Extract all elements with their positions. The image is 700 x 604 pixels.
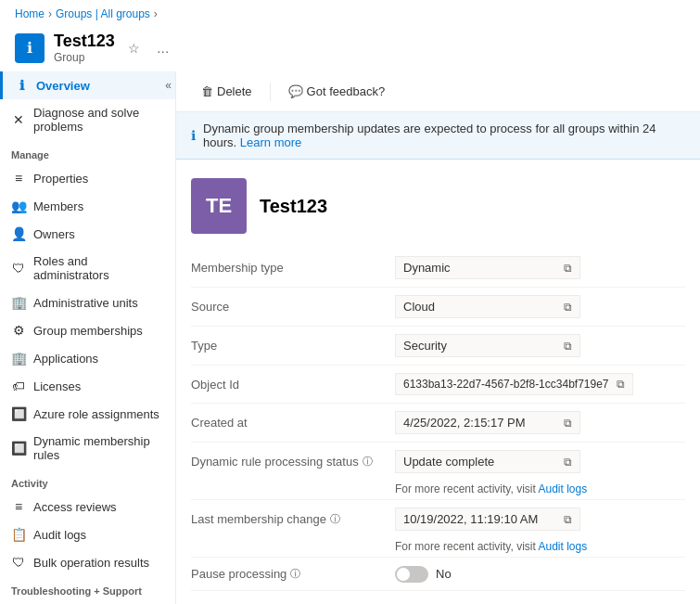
- page-title: Test123: [54, 32, 115, 51]
- toolbar-divider: [270, 83, 271, 101]
- dynamic-status-label: Dynamic rule processing status ⓘ: [191, 455, 395, 469]
- banner-text: Dynamic group membership updates are exp…: [203, 122, 685, 149]
- sidebar: « ℹ Overview ✕ Diagnose and solve proble…: [0, 71, 176, 604]
- sidebar-item-members[interactable]: 👥 Members: [0, 192, 175, 220]
- sidebar-item-audit-logs-label: Audit logs: [33, 528, 86, 542]
- dynamic-status-value: Update complete ⧉: [395, 450, 580, 473]
- sidebar-item-members-label: Members: [33, 199, 83, 213]
- pause-toggle-track[interactable]: [395, 566, 428, 583]
- pause-toggle[interactable]: No: [395, 566, 452, 583]
- sidebar-item-admin-units-label: Administrative units: [33, 296, 138, 310]
- sidebar-item-admin-units[interactable]: 🏢 Administrative units: [0, 289, 175, 316]
- sidebar-item-group-memberships[interactable]: ⚙ Group memberships: [0, 316, 175, 344]
- sidebar-item-dynamic-rules-label: Dynamic membership rules: [33, 434, 164, 462]
- copy-type[interactable]: ⧉: [564, 340, 572, 353]
- main-layout: « ℹ Overview ✕ Diagnose and solve proble…: [0, 71, 700, 604]
- sidebar-item-azure-role-label: Azure role assignments: [33, 407, 159, 421]
- pause-value: No: [436, 567, 452, 581]
- pin-button[interactable]: ☆: [124, 39, 144, 58]
- activity-section-header: Activity: [0, 469, 175, 493]
- breadcrumb: Home › Groups | All groups ›: [0, 0, 700, 28]
- created-at-value: 4/25/2022, 2:15:17 PM ⧉: [395, 411, 580, 434]
- breadcrumb-home[interactable]: Home: [15, 7, 45, 20]
- breadcrumb-groups[interactable]: Groups | All groups: [56, 7, 150, 20]
- source-label: Source: [191, 300, 395, 314]
- sidebar-item-owners[interactable]: 👤 Owners: [0, 220, 175, 248]
- detail-row-dynamic-status: Dynamic rule processing status ⓘ Update …: [191, 443, 685, 500]
- sidebar-item-applications-label: Applications: [33, 352, 98, 366]
- object-id-value: 6133ba13-22d7-4567-b2f8-1cc34bf719e7 ⧉: [395, 373, 633, 395]
- sidebar-item-bulk-ops-label: Bulk operation results: [33, 556, 149, 570]
- pause-label: Pause processing ⓘ: [191, 567, 395, 581]
- sidebar-item-applications[interactable]: 🏢 Applications: [0, 344, 175, 372]
- sidebar-item-azure-role[interactable]: 🔲 Azure role assignments: [0, 400, 175, 428]
- banner-info-icon: ℹ: [191, 128, 196, 143]
- roles-icon: 🛡: [11, 261, 26, 276]
- copy-source[interactable]: ⧉: [564, 301, 572, 314]
- dynamic-status-subtext: For more recent activity, visit Audit lo…: [191, 481, 685, 499]
- detail-row-pause: Pause processing ⓘ No: [191, 558, 685, 591]
- last-change-label: Last membership change ⓘ: [191, 512, 395, 526]
- sidebar-item-roles[interactable]: 🛡 Roles and administrators: [0, 248, 175, 289]
- page-subtitle: Group: [54, 51, 115, 64]
- sidebar-item-support[interactable]: 👤 New support request: [0, 600, 175, 604]
- dynamic-status-audit-link[interactable]: Audit logs: [538, 482, 587, 495]
- profile-name: Test123: [260, 196, 327, 217]
- feedback-label: Got feedback?: [307, 84, 386, 98]
- detail-row-object-id: Object Id 6133ba13-22d7-4567-b2f8-1cc34b…: [191, 366, 685, 404]
- object-id-label: Object Id: [191, 378, 395, 392]
- sidebar-item-owners-label: Owners: [33, 227, 75, 241]
- page-header: ℹ Test123 Group ☆ …: [0, 28, 700, 71]
- copy-membership-type[interactable]: ⧉: [564, 262, 572, 275]
- detail-row-type: Type Security ⧉: [191, 327, 685, 366]
- manage-section-header: Manage: [0, 140, 175, 164]
- sidebar-collapse-button[interactable]: «: [165, 79, 172, 92]
- sidebar-item-overview[interactable]: ℹ Overview: [0, 71, 175, 99]
- sidebar-item-licenses[interactable]: 🏷 Licenses: [0, 372, 175, 400]
- access-reviews-icon: ≡: [11, 499, 26, 514]
- sidebar-item-bulk-ops[interactable]: 🛡 Bulk operation results: [0, 548, 175, 576]
- copy-dynamic-status[interactable]: ⧉: [564, 456, 572, 469]
- sidebar-item-audit-logs[interactable]: 📋 Audit logs: [0, 520, 175, 548]
- bulk-ops-icon: 🛡: [11, 555, 26, 570]
- copy-object-id[interactable]: ⧉: [617, 378, 625, 391]
- owners-icon: 👤: [11, 226, 26, 241]
- feedback-button[interactable]: 💬 Got feedback?: [278, 79, 396, 104]
- detail-row-last-change: Last membership change ⓘ 10/19/2022, 11:…: [191, 500, 685, 558]
- sidebar-item-access-reviews[interactable]: ≡ Access reviews: [0, 493, 175, 520]
- sidebar-item-diagnose[interactable]: ✕ Diagnose and solve problems: [0, 99, 175, 140]
- pause-toggle-thumb: [397, 568, 410, 581]
- delete-label: Delete: [217, 84, 252, 98]
- dynamic-rules-icon: 🔲: [11, 441, 26, 456]
- sidebar-item-dynamic-rules[interactable]: 🔲 Dynamic membership rules: [0, 428, 175, 469]
- banner-learn-more-link[interactable]: Learn more: [240, 135, 301, 149]
- licenses-icon: 🏷: [11, 379, 26, 393]
- membership-type-label: Membership type: [191, 261, 395, 275]
- delete-button[interactable]: 🗑 Delete: [191, 79, 262, 104]
- last-change-value: 10/19/2022, 11:19:10 AM ⧉: [395, 508, 580, 531]
- sidebar-item-group-memberships-label: Group memberships: [33, 324, 143, 338]
- header-info-icon: ℹ: [15, 33, 45, 63]
- info-banner: ℹ Dynamic group membership updates are e…: [176, 112, 700, 160]
- properties-icon: ≡: [11, 171, 26, 186]
- members-icon: 👥: [11, 199, 26, 213]
- copy-last-change[interactable]: ⧉: [564, 513, 572, 526]
- last-change-audit-link[interactable]: Audit logs: [538, 540, 587, 553]
- sidebar-item-licenses-label: Licenses: [33, 379, 81, 393]
- last-change-info-icon: ⓘ: [330, 512, 340, 526]
- type-value: Security ⧉: [395, 334, 580, 357]
- overview-icon: ℹ: [14, 78, 29, 93]
- more-actions-button[interactable]: …: [153, 39, 173, 58]
- feedback-icon: 💬: [288, 84, 303, 98]
- diagnose-icon: ✕: [11, 112, 26, 127]
- group-memberships-icon: ⚙: [11, 323, 26, 338]
- applications-icon: 🏢: [11, 351, 26, 366]
- sidebar-item-roles-label: Roles and administrators: [33, 254, 164, 282]
- sidebar-item-access-reviews-label: Access reviews: [33, 500, 117, 514]
- profile-section: TE Test123: [176, 160, 700, 249]
- detail-row-created-at: Created at 4/25/2022, 2:15:17 PM ⧉: [191, 404, 685, 443]
- copy-created-at[interactable]: ⧉: [564, 417, 572, 430]
- sidebar-item-properties[interactable]: ≡ Properties: [0, 164, 175, 192]
- type-label: Type: [191, 339, 395, 353]
- avatar: TE: [191, 178, 247, 234]
